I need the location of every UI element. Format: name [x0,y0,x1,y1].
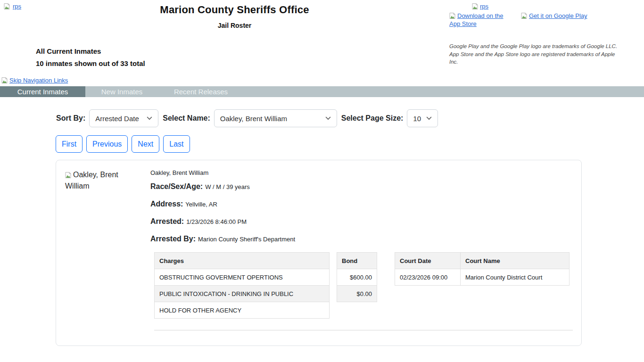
charge-cell: HOLD FOR OTHER AGENCY [155,302,330,319]
court-name-header: Court Name [461,253,570,269]
next-page-button[interactable]: Next [132,135,159,153]
select-name-value: Oakley, Brent William [220,115,287,123]
address-label: Address: [150,200,183,208]
page-header: rps Marion County Sheriffs Office Jail R… [0,0,644,75]
court-date-header: Court Date [395,253,461,269]
inmate-name: Oakley, Brent William [150,169,573,176]
rps-logo-link[interactable]: rps [4,3,21,10]
sort-by-value: Arrested Date [95,115,139,123]
arrested-by-line: Arrested By:Marion County Sheriff's Depa… [150,235,573,243]
app-store-link-label: Download on the App Store [449,12,504,27]
arrested-label: Arrested: [150,217,184,225]
rps-link-top-right[interactable]: rps [472,3,488,10]
charges-header: Charges [155,253,330,269]
last-page-button[interactable]: Last [163,135,190,153]
charges-tables-row: Charges OBSTRUCTING GOVERMENT OPERTIONS … [154,252,573,319]
rps-link-label: rps [480,3,488,10]
inmate-details: Oakley, Brent William Race/Sex/Age:W / M… [150,169,573,337]
table-row: $600.00 [337,269,377,286]
select-name-label: Select Name: [163,114,210,123]
tab-current-inmates[interactable]: Current Inmates [0,86,85,97]
trademark-line-google: Google Play and the Google Play logo are… [449,42,619,50]
page-size-select[interactable]: 10 [407,109,438,127]
bond-table: Bond $600.00 $0.00 [337,252,377,302]
app-links-block: rps Download on the App Store Get it on … [449,3,619,66]
table-row: OBSTRUCTING GOVERMENT OPERTIONS [155,269,330,286]
bond-cell: $0.00 [337,286,377,302]
bond-header: Bond [337,253,377,269]
google-play-link-label: Get it on Google Play [529,12,587,19]
inmate-photo-broken: Oakley, Brent William [65,169,124,192]
chevron-down-icon [321,116,331,120]
court-date-cell: 02/23/2026 09:00 [395,269,461,286]
arrested-by-label: Arrested By: [150,235,196,243]
arrested-line: Arrested:1/23/2026 8:46:00 PM [150,217,573,226]
filter-row: Sort By: Arrested Date Select Name: Oakl… [56,109,644,127]
court-table: Court Date Court Name 02/23/2026 09:00 M… [395,252,570,286]
race-sex-age-line: Race/Sex/Age:W / M / 39 years [150,182,573,191]
sort-by-label: Sort By: [56,114,85,123]
roster-info: All Current Inmates 10 inmates shown out… [36,47,145,72]
page-title: Marion County Sheriffs Office [153,4,316,16]
first-page-button[interactable]: First [56,135,83,153]
skip-navigation-link[interactable]: Skip Navigation Links [1,77,68,84]
broken-image-icon [1,77,8,83]
race-sex-age-label: Race/Sex/Age: [150,182,203,190]
broken-image-icon [521,13,528,19]
rps-logo-label: rps [13,3,21,10]
table-row: PUBLIC INTOXICATION - DRINKING IN PUBLIC [155,286,330,302]
inmate-card: Oakley, Brent William Oakley, Brent Will… [56,160,582,346]
broken-image-icon [449,13,456,19]
select-name-select[interactable]: Oakley, Brent William [214,109,337,127]
app-store-link[interactable]: Download on the App Store [449,12,504,27]
main-content: Sort By: Arrested Date Select Name: Oakl… [0,109,644,346]
arrested-by-value: Marion County Sheriff's Department [198,236,295,243]
bond-cell: $600.00 [337,269,377,286]
table-row: 02/23/2026 09:00 Marion County District … [395,269,570,286]
race-sex-age-value: W / M / 39 years [205,183,250,190]
page-size-label: Select Page Size: [341,114,404,123]
trademark-text: Google Play and the Google Play logo are… [449,42,619,66]
pagination: First Previous Next Last [56,135,644,153]
charge-cell: PUBLIC INTOXICATION - DRINKING IN PUBLIC [155,286,330,302]
inmate-photo-column: Oakley, Brent William [65,169,150,337]
table-row: HOLD FOR OTHER AGENCY [155,302,330,319]
arrested-value: 1/23/2026 8:46:00 PM [186,218,247,225]
chevron-down-icon [421,116,432,120]
page-size-value: 10 [413,115,421,123]
inmate-photo-alt-text: Oakley, Brent William [65,171,118,190]
address-value: Yellville, AR [185,201,217,208]
charge-cell: OBSTRUCTING GOVERMENT OPERTIONS [155,269,330,286]
google-play-link[interactable]: Get it on Google Play [521,12,587,19]
court-name-cell: Marion County District Court [461,269,570,286]
broken-image-icon [65,172,72,178]
trademark-line-apple: App Store and the App Store logo are reg… [449,50,619,66]
broken-image-icon [4,3,11,9]
roster-title: All Current Inmates [36,47,145,55]
previous-page-button[interactable]: Previous [86,135,128,153]
tab-new-inmates[interactable]: New Inmates [85,86,158,97]
skip-navigation-label: Skip Navigation Links [9,77,68,84]
sort-by-select[interactable]: Arrested Date [89,109,158,127]
main-nav: Current Inmates New Inmates Recent Relea… [0,86,644,97]
table-row: $0.00 [337,286,377,302]
page-subtitle: Jail Roster [153,22,316,29]
broken-image-icon [472,3,479,9]
roster-count: 10 inmates shown out of 33 total [36,59,145,67]
chevron-down-icon [142,116,152,120]
charges-table: Charges OBSTRUCTING GOVERMENT OPERTIONS … [154,252,330,319]
title-block: Marion County Sheriffs Office Jail Roste… [153,4,316,29]
address-line: Address:Yellville, AR [150,200,573,208]
tab-recent-releases[interactable]: Recent Releases [158,86,243,97]
